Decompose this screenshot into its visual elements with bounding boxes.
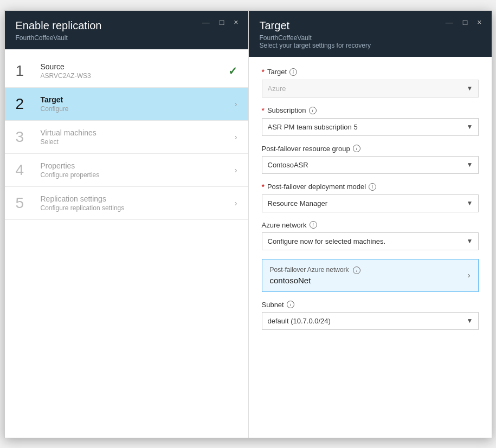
target-label: * Target i [262, 68, 479, 76]
step-2-name: Target [41, 95, 235, 104]
post-failover-network-chevron-icon: › [468, 271, 471, 280]
right-header-controls: — □ × [443, 17, 484, 27]
left-panel-header: Enable replication FourthCoffeeVault — □… [5, 11, 248, 49]
step-5-info: Replication settings Configure replicati… [41, 194, 235, 212]
subnet-field-group: Subnet i default (10.7.0.0/24) ▼ [262, 301, 479, 330]
left-panel: Enable replication FourthCoffeeVault — □… [5, 11, 249, 438]
left-panel-content: 1 Source ASRVC2AZ-WS3 ✓ 2 Target Configu… [5, 49, 248, 438]
left-maximize-button[interactable]: □ [217, 17, 226, 27]
deployment-model-field-group: * Post-failover deployment model i Resou… [262, 183, 479, 212]
azure-network-label: Azure network i [262, 221, 479, 229]
step-1-desc: ASRVC2AZ-WS3 [41, 72, 228, 80]
step-5-number: 5 [16, 196, 35, 211]
resource-group-label: Post-failover resource group i [262, 145, 479, 153]
subscription-label-text: Subscription [267, 106, 306, 114]
step-5-desc: Configure replication settings [41, 204, 235, 212]
step-1-info: Source ASRVC2AZ-WS3 [41, 62, 228, 80]
subscription-label: * Subscription i [262, 106, 479, 115]
deployment-model-info-icon[interactable]: i [369, 183, 376, 191]
post-failover-network-label: Post-failover Azure network i [270, 266, 360, 274]
subscription-required-star: * [262, 106, 265, 115]
post-failover-network-info: Post-failover Azure network i contosoNet [270, 266, 360, 285]
resource-group-info-icon[interactable]: i [353, 145, 360, 152]
deployment-model-label: * Post-failover deployment model i [262, 183, 479, 191]
post-failover-network-info-icon[interactable]: i [353, 267, 360, 274]
azure-network-label-text: Azure network [262, 221, 307, 229]
right-minimize-button[interactable]: — [443, 17, 455, 27]
left-header-controls: — □ × [200, 17, 241, 27]
right-panel-vault: FourthCoffeeVault [260, 34, 481, 42]
step-1-number: 1 [16, 63, 35, 79]
step-2-info: Target Configure [41, 95, 235, 113]
subscription-select-wrapper: ASR PM team subscription 5 ▼ [262, 118, 479, 136]
subscription-select[interactable]: ASR PM team subscription 5 [262, 118, 479, 136]
step-5-replication[interactable]: 5 Replication settings Configure replica… [5, 187, 248, 220]
step-1-check: ✓ [228, 64, 237, 77]
resource-group-select-wrapper: ContosoASR ▼ [262, 156, 479, 174]
step-3-info: Virtual machines Select [41, 128, 235, 146]
step-2-number: 2 [16, 96, 35, 112]
step-4-number: 4 [16, 163, 35, 178]
deployment-required-star: * [262, 183, 265, 191]
target-field-group: * Target i Azure ▼ [262, 68, 479, 98]
azure-network-field-group: Azure network i Configure now for select… [262, 221, 479, 250]
subnet-select[interactable]: default (10.7.0.0/24) [262, 312, 479, 330]
resource-group-select[interactable]: ContosoASR [262, 156, 479, 174]
resource-group-label-text: Post-failover resource group [262, 145, 350, 153]
target-info-icon[interactable]: i [289, 68, 297, 76]
subnet-label-text: Subnet [262, 301, 284, 309]
subscription-field-group: * Subscription i ASR PM team subscriptio… [262, 106, 479, 136]
right-maximize-button[interactable]: □ [461, 17, 469, 27]
post-failover-network-group: Post-failover Azure network i contosoNet… [262, 259, 479, 292]
step-3-number: 3 [16, 129, 35, 145]
right-panel-content: * Target i Azure ▼ * Subscription i [249, 57, 492, 438]
step-3-vms[interactable]: 3 Virtual machines Select › [5, 121, 248, 154]
right-panel-subtitle: Select your target settings for recovery [260, 42, 481, 49]
azure-network-select[interactable]: Configure now for selected machines. [262, 232, 479, 250]
step-2-target[interactable]: 2 Target Configure › [5, 88, 248, 121]
post-failover-network-item[interactable]: Post-failover Azure network i contosoNet… [262, 259, 479, 292]
step-4-name: Properties [41, 161, 235, 170]
azure-network-info-icon[interactable]: i [310, 221, 317, 229]
target-label-text: Target [267, 68, 287, 76]
step-4-desc: Configure properties [41, 171, 235, 179]
target-required-star: * [262, 68, 265, 76]
step-4-properties[interactable]: 4 Properties Configure properties › [5, 154, 248, 187]
deployment-model-select-wrapper: Resource Manager ▼ [262, 194, 479, 212]
left-panel-subtitle: FourthCoffeeVault [16, 34, 237, 42]
step-4-chevron: › [235, 166, 237, 174]
azure-network-select-wrapper: Configure now for selected machines. ▼ [262, 232, 479, 250]
resource-group-field-group: Post-failover resource group i ContosoAS… [262, 145, 479, 174]
step-2-desc: Configure [41, 105, 235, 113]
subnet-label: Subnet i [262, 301, 479, 309]
step-4-info: Properties Configure properties [41, 161, 235, 179]
step-3-name: Virtual machines [41, 128, 235, 137]
step-3-desc: Select [41, 138, 235, 146]
left-minimize-button[interactable]: — [200, 17, 212, 27]
subscription-info-icon[interactable]: i [309, 107, 317, 114]
main-container: Enable replication FourthCoffeeVault — □… [4, 10, 492, 438]
step-1-source[interactable]: 1 Source ASRVC2AZ-WS3 ✓ [5, 55, 248, 88]
step-2-chevron: › [235, 100, 237, 108]
subnet-info-icon[interactable]: i [287, 301, 294, 308]
target-select[interactable]: Azure [262, 80, 479, 98]
right-panel: Target FourthCoffeeVault Select your tar… [249, 11, 492, 438]
right-panel-header: Target FourthCoffeeVault Select your tar… [249, 11, 492, 57]
step-5-name: Replication settings [41, 194, 235, 203]
target-select-wrapper: Azure ▼ [262, 80, 479, 98]
step-3-chevron: › [235, 133, 237, 141]
subnet-select-wrapper: default (10.7.0.0/24) ▼ [262, 312, 479, 330]
right-close-button[interactable]: × [475, 17, 484, 27]
step-5-chevron: › [235, 199, 237, 207]
deployment-model-select[interactable]: Resource Manager [262, 194, 479, 212]
deployment-model-label-text: Post-failover deployment model [267, 183, 366, 191]
post-failover-network-value: contosoNet [270, 276, 360, 285]
step-1-name: Source [41, 62, 228, 71]
left-close-button[interactable]: × [231, 17, 240, 27]
